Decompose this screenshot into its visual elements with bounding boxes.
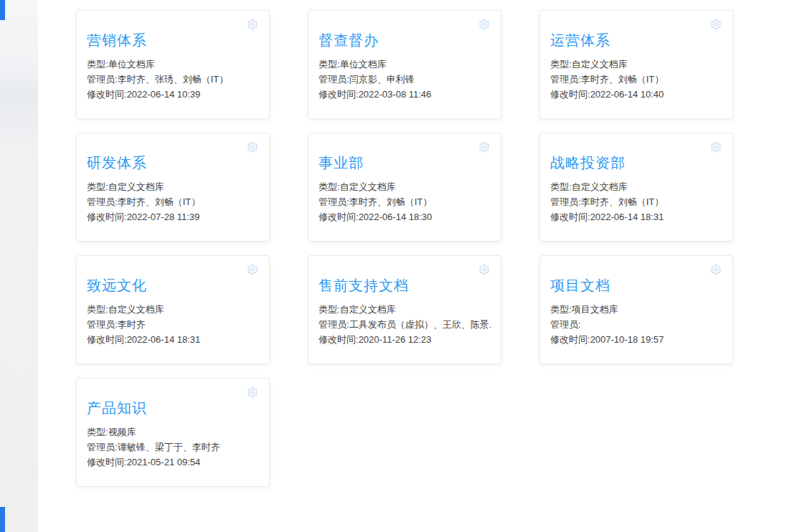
admin-value: 李时齐、刘畅（IT）: [118, 196, 201, 207]
library-title-link[interactable]: 事业部: [319, 155, 491, 171]
library-card[interactable]: 运营体系 类型:自定义文档库 管理员:李时齐、刘畅（IT） 修改时间:2022-…: [539, 10, 733, 119]
library-modified-line: 修改时间:2022-06-14 10:39: [87, 87, 259, 102]
library-modified-line: 修改时间:2022-06-14 18:31: [87, 332, 259, 347]
admin-value: 李时齐: [118, 319, 146, 330]
library-type-line: 类型:自定义文档库: [87, 302, 259, 317]
type-value: 单位文档库: [340, 59, 387, 70]
library-card[interactable]: 营销体系 类型:单位文档库 管理员:李时齐、张琇、刘畅（IT） 修改时间:202…: [76, 10, 270, 119]
admin-label: 管理员:: [319, 74, 349, 85]
library-card[interactable]: 项目文档 类型:项目文档库 管理员: 修改时间:2007-10-18 19:57: [539, 255, 733, 364]
library-card[interactable]: 事业部 类型:自定义文档库 管理员:李时齐、刘畅（IT） 修改时间:2022-0…: [308, 133, 501, 242]
modified-label: 修改时间:: [550, 334, 590, 345]
type-label: 类型:: [319, 181, 340, 192]
type-label: 类型:: [87, 304, 108, 315]
library-admins-line: 管理员:闫京影、申利锋: [319, 72, 491, 87]
library-type-line: 类型:自定义文档库: [319, 179, 491, 194]
library-card[interactable]: 督查督办 类型:单位文档库 管理员:闫京影、申利锋 修改时间:2022-03-0…: [308, 10, 501, 119]
type-label: 类型:: [550, 59, 572, 70]
modified-label: 修改时间:: [87, 212, 127, 222]
admin-label: 管理员:: [87, 74, 118, 85]
settings-gear-icon[interactable]: [247, 141, 258, 153]
library-card-info: 类型:自定义文档库 管理员:李时齐、刘畅（IT） 修改时间:2022-06-14…: [550, 57, 722, 102]
admin-value: 李时齐、刘畅（IT）: [581, 74, 664, 85]
type-value: 自定义文档库: [572, 59, 628, 70]
modified-label: 修改时间:: [87, 334, 127, 345]
settings-gear-icon[interactable]: [478, 19, 490, 30]
library-card[interactable]: 研发体系 类型:自定义文档库 管理员:李时齐、刘畅（IT） 修改时间:2022-…: [76, 133, 270, 242]
type-value: 自定义文档库: [108, 304, 164, 315]
admin-value: 李时齐、刘畅（IT）: [349, 196, 433, 207]
settings-gear-icon[interactable]: [247, 19, 258, 30]
type-label: 类型:: [87, 59, 108, 70]
library-title-link[interactable]: 营销体系: [87, 32, 259, 48]
type-value: 自定义文档库: [340, 181, 396, 192]
library-modified-line: 修改时间:2021-05-21 09:54: [87, 455, 259, 470]
modified-label: 修改时间:: [319, 334, 359, 345]
admin-value: 谭敏锋、梁丁于、李时齐: [118, 442, 220, 452]
library-modified-line: 修改时间:2022-06-14 18:30: [319, 209, 491, 224]
type-label: 类型:: [319, 59, 340, 70]
type-value: 项目文档库: [572, 304, 618, 315]
library-card-info: 类型:自定义文档库 管理员:工具发布员（虚拟）、王欣、陈景... 修改时间:20…: [319, 302, 491, 347]
library-card-info: 类型:项目文档库 管理员: 修改时间:2007-10-18 19:57: [550, 302, 722, 347]
modified-value: 2020-11-26 12:23: [359, 334, 432, 345]
admin-value: 闫京影、申利锋: [349, 74, 415, 85]
library-admins-line: 管理员:李时齐: [87, 317, 259, 332]
modified-label: 修改时间:: [319, 212, 359, 222]
library-type-line: 类型:自定义文档库: [319, 302, 491, 317]
settings-gear-icon[interactable]: [710, 264, 722, 275]
library-title-link[interactable]: 项目文档: [550, 277, 722, 293]
modified-value: 2007-10-18 19:57: [590, 334, 664, 345]
modified-label: 修改时间:: [550, 212, 590, 222]
library-title-link[interactable]: 产品知识: [87, 400, 259, 416]
modified-label: 修改时间:: [87, 457, 127, 467]
library-type-line: 类型:项目文档库: [550, 302, 722, 317]
library-admins-line: 管理员:李时齐、刘畅（IT）: [319, 194, 491, 209]
admin-value: 工具发布员（虚拟）、王欣、陈景...: [349, 319, 491, 330]
library-admins-line: 管理员:: [550, 317, 722, 332]
type-label: 类型:: [87, 181, 108, 192]
library-modified-line: 修改时间:2022-06-14 10:40: [550, 87, 722, 102]
admin-value: 李时齐、张琇、刘畅（IT）: [118, 74, 229, 85]
library-title-link[interactable]: 运营体系: [550, 32, 722, 48]
modified-value: 2022-06-14 18:31: [127, 334, 201, 345]
library-admins-line: 管理员:谭敏锋、梁丁于、李时齐: [87, 440, 259, 455]
settings-gear-icon[interactable]: [247, 264, 258, 275]
admin-value: 李时齐、刘畅（IT）: [581, 196, 664, 207]
modified-value: 2021-05-21 09:54: [127, 457, 201, 467]
library-card-info: 类型:单位文档库 管理员:李时齐、张琇、刘畅（IT） 修改时间:2022-06-…: [87, 57, 259, 102]
admin-label: 管理员:: [319, 196, 349, 207]
admin-label: 管理员:: [87, 319, 118, 330]
library-card[interactable]: 战略投资部 类型:自定义文档库 管理员:李时齐、刘畅（IT） 修改时间:2022…: [539, 133, 733, 242]
settings-gear-icon[interactable]: [478, 264, 490, 275]
admin-label: 管理员:: [87, 196, 118, 207]
library-title-link[interactable]: 督查督办: [319, 32, 491, 48]
settings-gear-icon[interactable]: [710, 19, 722, 30]
library-title-link[interactable]: 战略投资部: [550, 155, 722, 171]
settings-gear-icon[interactable]: [710, 141, 722, 153]
settings-gear-icon[interactable]: [478, 141, 490, 153]
modified-value: 2022-03-08 11:46: [359, 89, 432, 100]
type-value: 自定义文档库: [572, 181, 628, 192]
library-title-link[interactable]: 致远文化: [87, 277, 259, 293]
left-background-band: [0, 0, 38, 532]
library-modified-line: 修改时间:2020-11-26 12:23: [319, 332, 491, 347]
settings-gear-icon[interactable]: [247, 386, 258, 398]
library-type-line: 类型:自定义文档库: [550, 57, 722, 72]
library-modified-line: 修改时间:2022-06-14 18:31: [550, 209, 722, 224]
library-admins-line: 管理员:李时齐、刘畅（IT）: [550, 194, 722, 209]
library-card[interactable]: 致远文化 类型:自定义文档库 管理员:李时齐 修改时间:2022-06-14 1…: [76, 255, 270, 364]
library-card-info: 类型:自定义文档库 管理员:李时齐、刘畅（IT） 修改时间:2022-07-28…: [87, 179, 259, 224]
library-type-line: 类型:自定义文档库: [550, 179, 722, 194]
library-title-link[interactable]: 研发体系: [87, 155, 259, 171]
library-type-line: 类型:单位文档库: [319, 57, 491, 72]
library-title-link[interactable]: 售前支持文档: [319, 277, 491, 293]
type-label: 类型:: [87, 427, 108, 437]
modified-value: 2022-06-14 18:31: [590, 212, 664, 222]
library-card[interactable]: 售前支持文档 类型:自定义文档库 管理员:工具发布员（虚拟）、王欣、陈景... …: [308, 255, 501, 364]
modified-label: 修改时间:: [550, 89, 590, 100]
left-edge-strip-bottom: [0, 507, 5, 532]
type-value: 单位文档库: [108, 59, 155, 70]
library-modified-line: 修改时间:2022-07-28 11:39: [87, 209, 259, 224]
library-card[interactable]: 产品知识 类型:视频库 管理员:谭敏锋、梁丁于、李时齐 修改时间:2021-05…: [76, 378, 270, 487]
